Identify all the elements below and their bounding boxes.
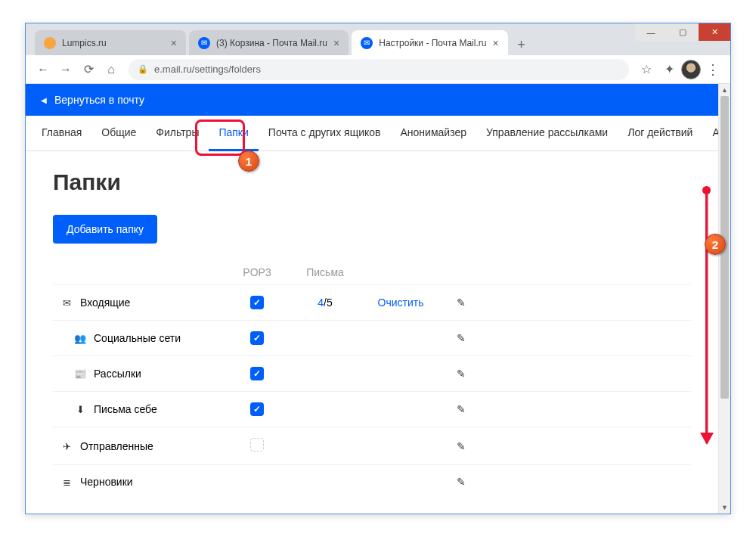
scroll-down-icon[interactable]: ▼ xyxy=(719,501,730,514)
edit-icon[interactable]: ✎ xyxy=(457,403,466,415)
clear-link[interactable]: Очистить xyxy=(378,296,424,309)
url-text: e.mail.ru/settings/folders xyxy=(154,64,261,75)
tab-anonymizer[interactable]: Анонимайзер xyxy=(391,116,476,151)
people-icon: 👥 xyxy=(73,333,88,344)
folder-name: Отправленные xyxy=(80,440,153,452)
annotation-arrow xyxy=(705,190,708,443)
reload-button[interactable]: ⟳ xyxy=(77,59,100,80)
back-to-mail-label: Вернуться в почту xyxy=(54,94,144,106)
folder-row-sent: ✈Отправленные ✎ xyxy=(53,427,691,464)
tab-subscriptions[interactable]: Управление рассылками xyxy=(476,116,618,151)
forward-button[interactable]: → xyxy=(54,59,77,80)
folder-row-inbox: ✉Входящие ✓ 4/5 Очистить ✎ xyxy=(53,284,691,320)
download-icon: ⬇ xyxy=(73,404,88,415)
annotation-callout-2: 2 xyxy=(705,234,726,255)
folder-name: Входящие xyxy=(80,296,130,309)
col-header-pop3: POP3 xyxy=(227,266,287,278)
edit-icon[interactable]: ✎ xyxy=(457,332,466,344)
folder-name: Письма себе xyxy=(94,403,157,415)
tab-add-button[interactable]: + xyxy=(511,34,532,55)
paper-plane-icon: ✈ xyxy=(59,441,74,452)
url-input[interactable]: 🔒 e.mail.ru/settings/folders xyxy=(129,59,629,80)
page-title: Папки xyxy=(53,169,691,195)
drafts-icon: ≣ xyxy=(59,476,74,488)
pop3-checkbox[interactable]: ✓ xyxy=(250,367,264,380)
folder-row-to-myself: ⬇Письма себе ✓ ✎ xyxy=(53,391,691,427)
edit-icon[interactable]: ✎ xyxy=(457,440,466,452)
scroll-up-icon[interactable]: ▲ xyxy=(719,84,730,96)
pop3-checkbox[interactable]: ✓ xyxy=(250,296,264,309)
edit-icon[interactable]: ✎ xyxy=(457,368,466,380)
favicon-icon: ✉ xyxy=(198,37,210,49)
pop3-checkbox-off[interactable] xyxy=(250,438,264,452)
tab-general[interactable]: Общие xyxy=(91,116,146,151)
tab-title: Настройки - Почта Mail.ru xyxy=(379,38,486,48)
tab-filters[interactable]: Фильтры xyxy=(146,116,209,151)
back-button[interactable]: ← xyxy=(32,59,54,80)
folder-row-drafts: ≣Черновики ✎ xyxy=(53,464,691,498)
tab-strip: Lumpics.ru × ✉ (3) Корзина - Почта Mail.… xyxy=(26,23,730,55)
extensions-icon[interactable]: ✦ xyxy=(658,59,680,80)
folder-row-newsletters: 📰Рассылки ✓ ✎ xyxy=(53,355,691,391)
folder-row-social: 👥Социальные сети ✓ ✎ xyxy=(53,320,691,355)
lock-icon: 🔒 xyxy=(138,64,148,74)
tab-close-icon[interactable]: × xyxy=(165,37,177,49)
total-count: /5 xyxy=(324,296,333,309)
pop3-checkbox[interactable]: ✓ xyxy=(250,402,264,416)
unread-count: 4 xyxy=(318,296,324,309)
tab-title: Lumpics.ru xyxy=(62,38,107,48)
window-minimize[interactable]: — xyxy=(635,23,667,41)
folder-table: POP3 Письма ✉Входящие ✓ 4/5 Очистить ✎ 👥… xyxy=(53,260,691,498)
tab-folders[interactable]: Папки xyxy=(209,116,258,151)
scrollbar[interactable]: ▲ ▼ xyxy=(718,84,730,514)
newsletter-icon: 📰 xyxy=(73,368,88,380)
annotation-callout-1: 1 xyxy=(238,151,259,172)
settings-tab-bar: Главная Общие Фильтры Папки Почта с друг… xyxy=(26,116,718,151)
triangle-left-icon: ◀ xyxy=(41,96,47,104)
tab-account[interactable]: Аккаунт xyxy=(702,116,718,151)
browser-tab-settings[interactable]: ✉ Настройки - Почта Mail.ru × xyxy=(352,30,507,55)
browser-menu-icon[interactable]: ⋮ xyxy=(702,59,724,80)
window-close[interactable]: ✕ xyxy=(699,23,730,41)
bookmark-star-icon[interactable]: ☆ xyxy=(635,59,658,80)
tab-main[interactable]: Главная xyxy=(32,116,91,151)
tab-close-icon[interactable]: × xyxy=(327,37,339,49)
home-button[interactable]: ⌂ xyxy=(100,59,122,80)
col-header-letters: Письма xyxy=(287,266,363,278)
tab-close-icon[interactable]: × xyxy=(486,37,498,49)
pop3-checkbox[interactable]: ✓ xyxy=(250,331,264,345)
favicon-icon: ✉ xyxy=(361,37,373,49)
edit-icon[interactable]: ✎ xyxy=(457,296,466,309)
window-maximize[interactable]: ▢ xyxy=(667,23,699,41)
favicon-icon xyxy=(44,37,56,49)
add-folder-button[interactable]: Добавить папку xyxy=(53,215,157,244)
tab-title: (3) Корзина - Почта Mail.ru xyxy=(216,38,327,48)
folder-name: Черновики xyxy=(80,476,133,488)
browser-tab-lumpics[interactable]: Lumpics.ru × xyxy=(35,30,186,55)
edit-icon[interactable]: ✎ xyxy=(457,476,466,488)
folder-name: Рассылки xyxy=(94,368,141,380)
browser-tab-trash[interactable]: ✉ (3) Корзина - Почта Mail.ru × xyxy=(189,30,349,55)
tab-action-log[interactable]: Лог действий xyxy=(618,116,702,151)
back-to-mail-link[interactable]: ◀ Вернуться в почту xyxy=(26,84,718,116)
profile-avatar[interactable] xyxy=(680,59,702,80)
address-bar: ← → ⟳ ⌂ 🔒 e.mail.ru/settings/folders ☆ ✦… xyxy=(26,55,730,84)
tab-other-mailboxes[interactable]: Почта с других ящиков xyxy=(259,116,391,151)
envelope-icon: ✉ xyxy=(59,297,74,309)
folder-name: Социальные сети xyxy=(94,332,181,344)
